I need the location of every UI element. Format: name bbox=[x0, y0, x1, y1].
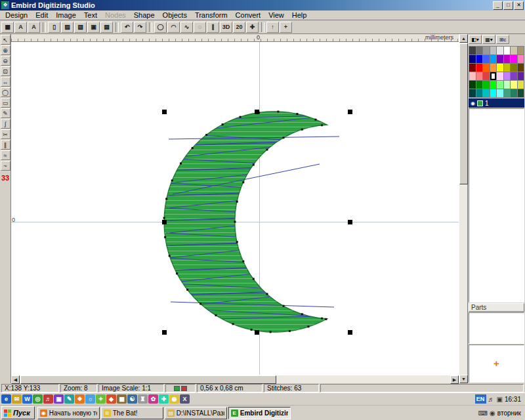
connector-tool-icon[interactable]: ~ bbox=[1, 161, 10, 171]
quick-launch-icon-17[interactable]: ◉ bbox=[169, 394, 179, 404]
palette-swatch[interactable] bbox=[476, 64, 483, 72]
palette-swatch[interactable] bbox=[518, 89, 524, 97]
save-design-icon[interactable]: ▣ bbox=[87, 22, 100, 33]
gradient-dropdown-button[interactable]: ◧▾ bbox=[469, 35, 482, 44]
quick-launch-icon-12[interactable]: ▦ bbox=[117, 394, 127, 404]
palette-swatch[interactable] bbox=[504, 47, 511, 54]
selection-handle[interactable] bbox=[162, 330, 167, 335]
palette-swatch[interactable] bbox=[490, 64, 497, 72]
freehand-tool-icon[interactable]: ✎ bbox=[1, 108, 10, 118]
zoom-out-tool-icon[interactable]: ⊖ bbox=[1, 56, 10, 66]
palette-swatch[interactable] bbox=[483, 89, 490, 97]
palette-swatch[interactable] bbox=[483, 81, 490, 89]
palette-swatch[interactable] bbox=[511, 81, 517, 89]
language-indicator[interactable]: EN bbox=[475, 394, 486, 404]
task-button[interactable]: ◉Начать новую тему :: В... bbox=[37, 407, 100, 419]
palette-swatch[interactable] bbox=[476, 89, 483, 97]
palette-swatch[interactable] bbox=[476, 55, 483, 63]
menu-objects[interactable]: Objects bbox=[159, 11, 191, 19]
palette-swatch[interactable] bbox=[511, 55, 517, 63]
knife-tool-icon[interactable]: ✂ bbox=[1, 129, 10, 139]
menu-view[interactable]: View bbox=[264, 11, 288, 19]
menu-convert[interactable]: Convert bbox=[232, 11, 265, 19]
palette-swatch[interactable] bbox=[504, 55, 511, 63]
task-button[interactable]: EEmbird Digitizing Stud... bbox=[228, 407, 291, 419]
selection-handle[interactable] bbox=[255, 110, 259, 114]
task-button[interactable]: ▤D:\INSTALL\Разное\Embird bbox=[165, 407, 227, 419]
quick-launch-icon-18[interactable]: X bbox=[180, 394, 190, 404]
text-tool-icon[interactable]: A bbox=[14, 22, 27, 33]
palette-swatch[interactable] bbox=[490, 72, 497, 80]
satin-stitch-tool-icon[interactable]: ≈ bbox=[1, 150, 10, 160]
palette-swatch[interactable] bbox=[518, 64, 524, 72]
palette-swatch[interactable] bbox=[497, 64, 503, 72]
center-design-icon[interactable]: + bbox=[280, 22, 292, 33]
palette-swatch[interactable] bbox=[469, 81, 476, 89]
palette-swatch[interactable] bbox=[504, 72, 511, 80]
palette-swatch[interactable] bbox=[469, 47, 476, 54]
palette-swatch[interactable] bbox=[504, 81, 511, 89]
horizontal-scrollbar[interactable]: ◀ ▶ bbox=[11, 375, 459, 383]
palette-swatch[interactable] bbox=[518, 55, 524, 63]
palette-swatch[interactable] bbox=[504, 89, 511, 97]
tray-icon[interactable]: ⌨ bbox=[478, 410, 488, 417]
selection-handle[interactable] bbox=[348, 220, 352, 224]
monogram-tool-icon[interactable]: A bbox=[28, 22, 40, 33]
palette-swatch[interactable] bbox=[469, 72, 476, 80]
outline-tool-icon[interactable]: ◌ bbox=[194, 22, 206, 33]
quick-launch-icon-14[interactable]: ♜ bbox=[138, 394, 148, 404]
color-catalog-button[interactable]: ⊞c bbox=[496, 35, 509, 44]
menu-text[interactable]: Text bbox=[80, 11, 101, 19]
arc-tool-icon[interactable]: ◠ bbox=[167, 22, 180, 33]
menu-transform[interactable]: Transform bbox=[191, 11, 232, 19]
palette-swatch[interactable] bbox=[476, 47, 483, 54]
selection-handle[interactable] bbox=[348, 110, 352, 114]
ellipse-shape-tool-icon[interactable]: ◯ bbox=[1, 87, 10, 97]
design-svg[interactable] bbox=[11, 42, 459, 375]
palette-swatch[interactable] bbox=[483, 55, 490, 63]
palette-swatch[interactable] bbox=[518, 81, 524, 89]
palette-swatch[interactable] bbox=[511, 72, 517, 80]
palette-swatch[interactable] bbox=[497, 72, 503, 80]
quick-launch-icon-10[interactable]: ✦ bbox=[96, 394, 106, 404]
palette-swatch[interactable] bbox=[476, 81, 483, 89]
quick-launch-icon-1[interactable]: e bbox=[1, 394, 11, 404]
import-image-icon[interactable]: ▧ bbox=[74, 22, 87, 33]
menu-edit[interactable]: Edit bbox=[32, 11, 52, 19]
tray-icon[interactable]: ▣ bbox=[497, 396, 503, 403]
palette-swatch[interactable] bbox=[518, 72, 524, 80]
thread-list-area[interactable] bbox=[469, 108, 524, 303]
scroll-left-arrow[interactable]: ◀ bbox=[11, 375, 20, 384]
palette-swatch[interactable] bbox=[483, 64, 490, 72]
quick-launch-icon-7[interactable]: ✎ bbox=[64, 394, 74, 404]
selection-handle[interactable] bbox=[162, 220, 167, 224]
horizontal-scroll-thumb[interactable] bbox=[20, 375, 276, 384]
palette-swatch[interactable] bbox=[469, 55, 476, 63]
quick-launch-icon-8[interactable]: ❖ bbox=[75, 394, 85, 404]
design-canvas[interactable]: 0 bbox=[11, 42, 459, 375]
wave-tool-icon[interactable]: ∿ bbox=[180, 22, 193, 33]
quick-launch-icon-15[interactable]: ✿ bbox=[148, 394, 158, 404]
column-stitch-tool-icon[interactable]: ∥ bbox=[1, 140, 10, 150]
selection-handle[interactable] bbox=[348, 330, 352, 335]
tray-icon[interactable]: ♬ bbox=[488, 396, 495, 403]
redo-icon[interactable]: ↷ bbox=[134, 22, 146, 33]
quick-launch-icon-16[interactable]: ✚ bbox=[159, 394, 169, 404]
palette-swatch[interactable] bbox=[497, 81, 503, 89]
scroll-down-arrow[interactable]: ▼ bbox=[459, 375, 468, 383]
quick-launch-icon-3[interactable]: W bbox=[22, 394, 32, 404]
new-design-icon[interactable]: ▯ bbox=[48, 22, 60, 33]
quick-launch-icon-11[interactable]: ◆ bbox=[106, 394, 116, 404]
palette-swatch[interactable] bbox=[497, 55, 503, 63]
parts-list-area[interactable] bbox=[469, 312, 524, 344]
menu-design[interactable]: Design bbox=[1, 11, 32, 19]
palette-swatch[interactable] bbox=[483, 72, 490, 80]
minimize-button[interactable]: _ bbox=[493, 1, 503, 10]
select-tool-icon[interactable]: ↖ bbox=[1, 35, 10, 45]
column-tool-icon[interactable]: ∥ bbox=[207, 22, 219, 33]
task-button[interactable]: BThe Bat! bbox=[101, 407, 163, 419]
film-strip-icon[interactable]: ▦ bbox=[1, 22, 14, 33]
selection-handle[interactable] bbox=[255, 330, 259, 335]
palette-swatch[interactable] bbox=[490, 47, 497, 54]
zoom-in-tool-icon[interactable]: ⊕ bbox=[1, 45, 10, 55]
